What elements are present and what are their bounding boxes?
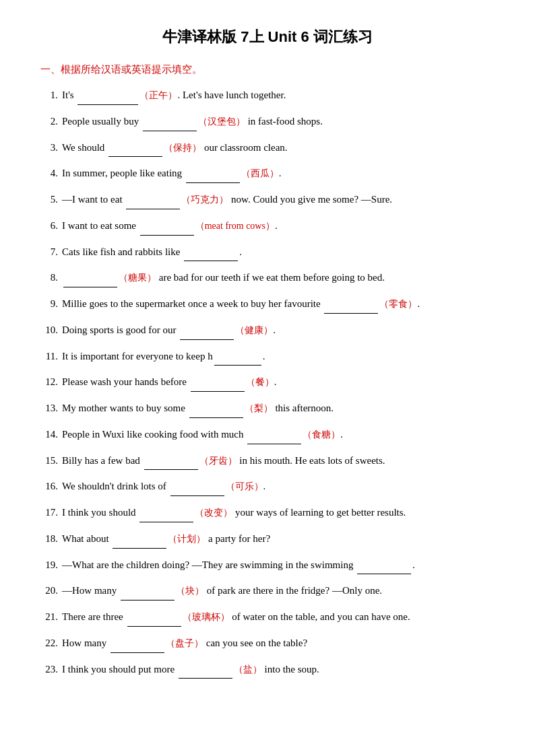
question-text: Doing sports is good for our （健康）. xyxy=(62,320,495,340)
hint-text: （汉堡包） xyxy=(198,116,245,127)
question-text: What about （计划） a party for her? xyxy=(62,529,495,549)
question-text: —How many （块） of park are there in the f… xyxy=(62,581,495,600)
question-text: It is important for everyone to keep h . xyxy=(62,347,495,366)
question-item: 6.I want to eat some （meat from cows）. xyxy=(40,216,495,236)
answer-blank xyxy=(139,503,193,522)
answer-blank xyxy=(186,164,240,183)
answer-blank xyxy=(189,399,243,418)
question-text: I think you should （改变） your ways of lea… xyxy=(62,503,495,522)
answer-blank xyxy=(121,581,175,600)
question-text: （糖果） are bad for our teeth if we eat the… xyxy=(62,268,495,287)
answer-blank xyxy=(170,477,224,496)
question-number: 7. xyxy=(40,243,62,261)
question-text: I think you should put more （盐） into the… xyxy=(62,660,495,679)
question-number: 19. xyxy=(40,556,62,574)
question-text: It's （正午）. Let's have lunch together. xyxy=(62,85,495,105)
hint-text: （梨） xyxy=(245,403,273,413)
answer-blank xyxy=(77,85,138,105)
question-number: 18. xyxy=(40,530,62,548)
question-item: 12.Please wash your hands before （餐）. xyxy=(40,372,495,392)
answer-blank xyxy=(179,660,232,679)
hint-text: （西瓜） xyxy=(241,168,279,178)
question-text: Millie goes to the supermarket once a we… xyxy=(62,294,495,314)
answer-blank xyxy=(214,347,261,366)
question-item: 22.How many （盘子） can you see on the tabl… xyxy=(40,633,495,653)
question-text: —What are the children doing? —They are … xyxy=(62,555,495,575)
page-title: 牛津译林版 7上 Unit 6 词汇练习 xyxy=(40,27,495,47)
hint-text: （块） xyxy=(176,586,204,596)
hint-text: （糖果） xyxy=(119,273,156,283)
hint-text: （盐） xyxy=(234,664,262,675)
question-item: 3.We should （保持） our classroom clean. xyxy=(40,138,495,158)
question-item: 2.People usually buy （汉堡包） in fast-food … xyxy=(40,112,495,131)
question-text: We should （保持） our classroom clean. xyxy=(62,138,495,158)
question-number: 23. xyxy=(40,660,62,679)
question-item: 13.My mother wants to buy some （梨） this … xyxy=(40,399,495,418)
answer-blank xyxy=(113,529,166,549)
question-item: 20.—How many （块） of park are there in th… xyxy=(40,581,495,600)
question-list: 1.It's （正午）. Let's have lunch together.2… xyxy=(40,85,495,679)
section-header: 一、根据所给汉语或英语提示填空。 xyxy=(40,63,495,76)
question-item: 4.In summer, people like eating （西瓜）. xyxy=(40,164,495,183)
answer-blank xyxy=(184,242,238,262)
hint-text: （meat from cows） xyxy=(195,221,275,231)
question-item: 9.Millie goes to the supermarket once a … xyxy=(40,294,495,314)
question-number: 20. xyxy=(40,582,62,600)
question-text: There are three （玻璃杯） of water on the ta… xyxy=(62,607,495,627)
hint-text: （正午） xyxy=(139,90,177,100)
question-number: 1. xyxy=(40,86,62,104)
question-number: 6. xyxy=(40,217,62,235)
question-number: 14. xyxy=(40,425,62,444)
question-text: In summer, people like eating （西瓜）. xyxy=(62,164,495,183)
answer-blank xyxy=(127,607,181,627)
question-item: 17.I think you should （改变） your ways of … xyxy=(40,503,495,522)
hint-text: （零食） xyxy=(379,299,417,309)
answer-blank xyxy=(144,451,198,471)
question-item: 16.We shouldn't drink lots of （可乐）. xyxy=(40,477,495,496)
question-number: 13. xyxy=(40,399,62,417)
question-number: 8. xyxy=(40,269,62,287)
question-item: 7.Cats like fish and rabbits like . xyxy=(40,242,495,262)
question-number: 22. xyxy=(40,634,62,652)
question-text: My mother wants to buy some （梨） this aft… xyxy=(62,399,495,418)
hint-text: （健康） xyxy=(235,325,273,335)
question-item: 8. （糖果） are bad for our teeth if we eat … xyxy=(40,268,495,287)
question-item: 21.There are three （玻璃杯） of water on the… xyxy=(40,607,495,627)
answer-blank xyxy=(140,216,194,236)
hint-text: （牙齿） xyxy=(199,456,237,466)
question-number: 12. xyxy=(40,373,62,391)
question-item: 11.It is important for everyone to keep … xyxy=(40,347,495,366)
question-text: People usually buy （汉堡包） in fast-food sh… xyxy=(62,112,495,131)
hint-text: （巧克力） xyxy=(181,195,228,205)
hint-text: （玻璃杯） xyxy=(183,612,230,622)
question-text: People in Wuxi like cooking food with mu… xyxy=(62,425,495,444)
hint-text: （保持） xyxy=(164,143,201,153)
question-item: 18.What about （计划） a party for her? xyxy=(40,529,495,549)
question-item: 23.I think you should put more （盐） into … xyxy=(40,660,495,679)
hint-text: （餐） xyxy=(246,377,274,387)
question-item: 1.It's （正午）. Let's have lunch together. xyxy=(40,85,495,105)
question-number: 2. xyxy=(40,112,62,131)
question-number: 11. xyxy=(40,347,62,366)
question-item: 5.—I want to eat （巧克力） now. Could you gi… xyxy=(40,190,495,209)
question-item: 15.Billy has a few bad （牙齿） in his mouth… xyxy=(40,451,495,471)
answer-blank xyxy=(111,633,164,653)
hint-text: （盘子） xyxy=(166,638,203,648)
answer-blank xyxy=(126,190,180,209)
question-number: 3. xyxy=(40,139,62,157)
question-text: How many （盘子） can you see on the table? xyxy=(62,633,495,653)
question-text: Cats like fish and rabbits like . xyxy=(62,242,495,262)
hint-text: （食糖） xyxy=(303,429,340,440)
answer-blank xyxy=(357,555,411,575)
question-item: 19.—What are the children doing? —They a… xyxy=(40,555,495,575)
answer-blank xyxy=(180,320,234,340)
question-text: Please wash your hands before （餐）. xyxy=(62,372,495,392)
question-number: 4. xyxy=(40,164,62,182)
answer-blank xyxy=(324,294,378,314)
answer-blank xyxy=(108,138,162,158)
question-number: 10. xyxy=(40,321,62,339)
hint-text: （改变） xyxy=(195,508,232,518)
question-number: 16. xyxy=(40,477,62,495)
question-text: Billy has a few bad （牙齿） in his mouth. H… xyxy=(62,451,495,471)
question-number: 17. xyxy=(40,504,62,522)
